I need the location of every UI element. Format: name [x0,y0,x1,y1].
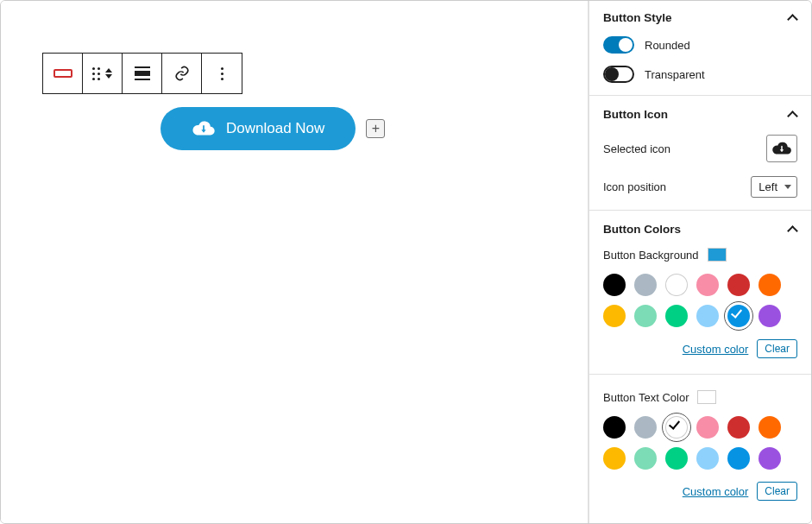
selected-icon-row: Selected icon [603,135,797,162]
inspector-sidebar: Button Style Rounded Transparent Button … [589,1,811,523]
color-swatch[interactable] [758,305,781,327]
custom-color-link[interactable]: Custom color [683,485,749,498]
color-swatch[interactable] [727,447,750,470]
move-handle[interactable] [83,54,123,93]
color-swatch[interactable] [665,274,688,296]
text-color-chip [697,390,716,404]
download-button[interactable]: Download Now [161,107,356,150]
bg-swatch-grid [603,274,797,327]
check-icon [669,418,680,430]
bg-color-chip [708,248,727,262]
color-swatch[interactable] [665,447,688,470]
field-label: Icon position [603,180,666,193]
panel-title: Button Style [603,11,672,24]
color-swatch[interactable] [696,274,719,296]
color-swatch[interactable] [727,274,750,296]
block-toolbar [42,53,242,94]
button-block-icon [54,69,72,78]
text-color-footer: Custom color Clear [603,482,797,501]
button-block: Download Now + [161,107,385,150]
clear-button[interactable]: Clear [757,339,797,358]
color-swatch[interactable] [758,274,781,296]
color-swatch[interactable] [603,416,626,439]
panel-title: Button Colors [603,223,681,236]
panel-button-icon: Button Icon Selected icon Icon position … [589,96,811,211]
panel-header-icon[interactable]: Button Icon [603,108,797,121]
panel-button-style: Button Style Rounded Transparent [589,1,811,96]
color-swatch[interactable] [603,447,626,470]
color-swatch[interactable] [727,305,750,327]
text-swatch-grid [603,416,797,470]
toggle-rounded-row: Rounded [603,36,797,54]
color-swatch[interactable] [696,416,719,439]
color-swatch[interactable] [758,447,781,470]
panel-button-colors: Button Colors Button Background Custom c… [589,211,811,513]
custom-color-link[interactable]: Custom color [683,343,749,356]
more-icon [221,67,223,80]
align-icon [135,66,150,80]
chevron-up-icon [787,110,797,120]
field-label: Button Background [603,249,699,262]
bg-color-label-row: Button Background [603,248,797,262]
more-options-button[interactable] [202,54,242,93]
color-swatch[interactable] [665,416,688,439]
toggle-transparent-row: Transparent [603,66,797,83]
clear-button[interactable]: Clear [757,482,797,501]
color-swatch[interactable] [634,447,657,470]
toggle-rounded[interactable] [603,36,634,54]
block-type-button[interactable] [43,54,83,93]
plus-icon: + [372,121,380,136]
color-swatch[interactable] [758,416,781,439]
separator [589,374,811,375]
chevron-up-icon [787,13,797,23]
panel-title: Button Icon [603,108,668,121]
chevron-up-icon [787,224,797,235]
panel-header-colors[interactable]: Button Colors [603,223,797,236]
color-swatch[interactable] [603,305,626,327]
icon-position-select[interactable]: Left [751,176,797,198]
color-swatch[interactable] [634,274,657,296]
bg-color-footer: Custom color Clear [603,339,797,358]
panel-header-style[interactable]: Button Style [603,11,797,24]
field-label: Button Text Color [603,391,689,404]
check-icon [731,306,742,319]
toggle-transparent[interactable] [603,66,634,83]
color-swatch[interactable] [696,305,719,327]
cloud-download-icon [771,141,792,156]
color-swatch[interactable] [634,305,657,327]
link-button[interactable] [162,54,202,93]
editor-canvas[interactable]: Download Now + [1,1,589,523]
toggle-label: Transparent [645,68,705,81]
move-up-down-icon [105,68,112,79]
toggle-label: Rounded [645,39,690,52]
selected-icon-preview[interactable] [766,135,797,162]
color-swatch[interactable] [603,274,626,296]
text-color-label-row: Button Text Color [603,390,797,404]
app-frame: Download Now + Button Style Rounded Tran… [0,0,812,524]
button-label: Download Now [226,120,324,137]
icon-position-row: Icon position Left [603,176,797,198]
add-block-button[interactable]: + [366,119,385,138]
color-swatch[interactable] [634,416,657,439]
drag-icon [92,67,100,80]
field-label: Selected icon [603,142,670,155]
color-swatch[interactable] [665,305,688,327]
select-value: Left [758,180,777,193]
align-button[interactable] [123,54,162,93]
color-swatch[interactable] [727,416,750,439]
cloud-download-icon [192,119,216,138]
color-swatch[interactable] [696,447,719,470]
link-icon [173,65,191,82]
